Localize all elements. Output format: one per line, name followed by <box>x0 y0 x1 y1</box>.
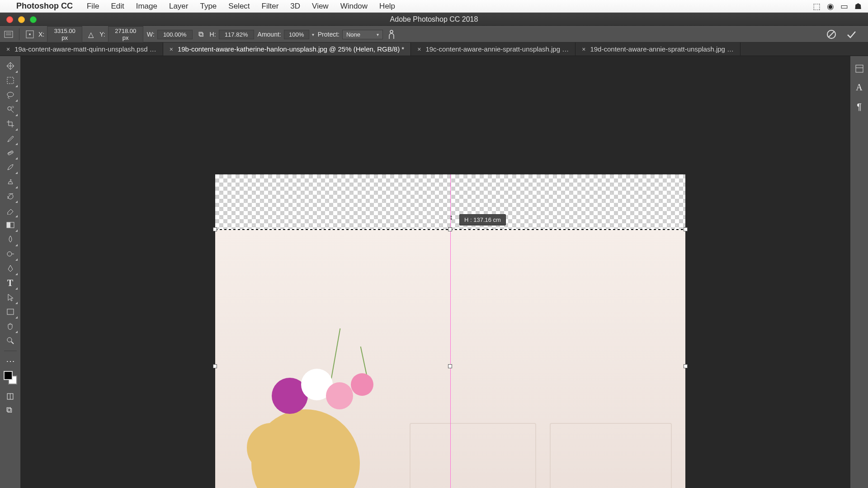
doc-tab-19a[interactable]: × 19a-content-aware-matt-quinn-unsplash.… <box>0 42 163 56</box>
wall-panel <box>550 423 672 488</box>
document-canvas[interactable]: ↕ H : 137.16 cm <box>215 174 685 488</box>
y-input[interactable]: 2718.00 px <box>108 26 143 42</box>
svg-line-7 <box>829 32 834 37</box>
color-swatches[interactable] <box>4 371 17 385</box>
close-window-button[interactable] <box>6 16 13 23</box>
close-icon[interactable]: × <box>417 46 421 53</box>
protect-skin-icon[interactable] <box>387 29 396 39</box>
character-panel-icon[interactable]: A <box>856 82 862 93</box>
svg-point-5 <box>390 30 393 33</box>
menu-view[interactable]: View <box>306 2 335 11</box>
y-field: Y: 2718.00 px <box>99 26 143 42</box>
reference-point-icon[interactable] <box>25 29 35 39</box>
doc-tab-19c[interactable]: × 19c-content-aware-annie-spratt-unsplas… <box>411 42 576 56</box>
marquee-tool[interactable] <box>3 73 18 88</box>
zoom-window-button[interactable] <box>30 16 37 23</box>
quickmask-icon[interactable]: ◫ <box>6 391 14 401</box>
x-input[interactable]: 3315.00 px <box>47 26 82 42</box>
transform-handle-ml2[interactable] <box>213 364 217 368</box>
gradient-tool[interactable] <box>3 218 18 232</box>
move-tool[interactable] <box>3 59 18 73</box>
tool-preset-icon[interactable] <box>4 29 14 39</box>
blur-tool[interactable] <box>3 232 18 247</box>
svg-point-23 <box>7 338 12 342</box>
display-icon[interactable]: ▭ <box>840 1 848 11</box>
menu-help[interactable]: Help <box>373 2 401 11</box>
paragraph-panel-icon[interactable]: ¶ <box>857 102 862 112</box>
screenmode-icon[interactable]: ⧉ <box>6 405 14 415</box>
options-bar: X: 3315.00 px △ Y: 2718.00 px W: 100.00%… <box>0 26 868 42</box>
doc-tab-label: 19d-content-aware-annie-spratt-unsplash.… <box>590 45 734 53</box>
x-field: X: 3315.00 px <box>38 26 82 42</box>
doc-tab-19b[interactable]: × 19b-content-aware-katherine-hanlon-uns… <box>163 42 411 56</box>
eyedropper-tool[interactable] <box>3 131 18 145</box>
minimize-window-button[interactable] <box>18 16 25 23</box>
cc-sync-icon[interactable]: ◉ <box>827 1 834 11</box>
menu-window[interactable]: Window <box>335 2 373 11</box>
close-icon[interactable]: × <box>582 46 585 53</box>
window-title: Adobe Photoshop CC 2018 <box>0 15 868 23</box>
properties-panel-icon[interactable] <box>855 64 864 73</box>
menu-edit[interactable]: Edit <box>105 2 130 11</box>
pen-tool[interactable] <box>3 261 18 276</box>
transform-handle-mr2[interactable] <box>684 364 688 368</box>
type-tool[interactable]: T <box>3 276 18 290</box>
close-icon[interactable]: × <box>170 46 173 53</box>
edit-toolbar-icon[interactable]: ⋯ <box>3 354 18 368</box>
amount-input[interactable]: 100% <box>284 30 309 39</box>
menu-file[interactable]: File <box>81 2 105 11</box>
healing-tool[interactable] <box>3 145 18 160</box>
transform-center-point[interactable] <box>448 364 452 368</box>
path-select-tool[interactable] <box>3 290 18 305</box>
link-wh-icon[interactable]: ⧉ <box>196 29 206 39</box>
doc-tab-label: 19a-content-aware-matt-quinn-unsplash.ps… <box>14 45 156 53</box>
protect-select[interactable]: None ▾ <box>342 30 383 39</box>
history-brush-tool[interactable] <box>3 189 18 203</box>
menu-filter[interactable]: Filter <box>256 2 285 11</box>
h-input[interactable]: 117.82% <box>219 30 254 39</box>
wall-panel <box>410 423 536 488</box>
readout-text: H : 137.16 cm <box>464 216 501 223</box>
canvas-area[interactable]: ↕ H : 137.16 cm <box>21 56 850 488</box>
svg-point-4 <box>29 33 31 35</box>
crop-tool[interactable] <box>3 117 18 131</box>
menu-type[interactable]: Type <box>194 2 222 11</box>
svg-point-15 <box>9 153 9 154</box>
transform-handle-tc[interactable] <box>448 227 452 231</box>
shape-tool[interactable] <box>3 305 18 319</box>
protect-value: None <box>346 31 360 38</box>
w-label: W: <box>147 31 155 38</box>
brush-tool[interactable] <box>3 160 18 174</box>
hand-tool[interactable] <box>3 319 18 333</box>
w-input[interactable]: 100.00% <box>157 30 193 39</box>
dropbox-icon[interactable]: ⬚ <box>813 1 821 11</box>
zoom-tool[interactable] <box>3 333 18 348</box>
commit-transform-button[interactable] <box>846 29 859 39</box>
amount-dropdown-icon[interactable]: ▾ <box>312 32 314 37</box>
close-icon[interactable]: × <box>6 46 10 53</box>
foreground-swatch[interactable] <box>4 371 13 380</box>
document-tabs: × 19a-content-aware-matt-quinn-unsplash.… <box>0 42 868 56</box>
eraser-tool[interactable] <box>3 203 18 218</box>
menu-layer[interactable]: Layer <box>163 2 194 11</box>
lasso-tool[interactable] <box>3 88 18 102</box>
menu-3d[interactable]: 3D <box>284 2 306 11</box>
menubar-status-area: ⬚ ◉ ▭ ☗ <box>813 1 868 11</box>
clone-stamp-tool[interactable] <box>3 174 18 189</box>
menu-image[interactable]: Image <box>130 2 163 11</box>
delta-icon[interactable]: △ <box>86 29 96 39</box>
traffic-lights <box>0 16 37 23</box>
cancel-transform-button[interactable] <box>826 29 839 39</box>
extension-icon[interactable]: ☗ <box>854 1 862 11</box>
tools-panel: T ⋯ ◫ ⧉ <box>0 56 21 488</box>
h-label: H: <box>210 31 216 38</box>
vertical-guide[interactable] <box>450 174 451 488</box>
transform-handle-ml[interactable] <box>213 227 217 231</box>
transform-handle-mr[interactable] <box>684 227 688 231</box>
app-name[interactable]: Photoshop CC <box>16 1 81 11</box>
dodge-tool[interactable] <box>3 247 18 261</box>
menu-select[interactable]: Select <box>222 2 255 11</box>
x-label: X: <box>38 31 44 38</box>
doc-tab-19d[interactable]: × 19d-content-aware-annie-spratt-unsplas… <box>576 42 741 56</box>
quick-select-tool[interactable] <box>3 102 18 117</box>
